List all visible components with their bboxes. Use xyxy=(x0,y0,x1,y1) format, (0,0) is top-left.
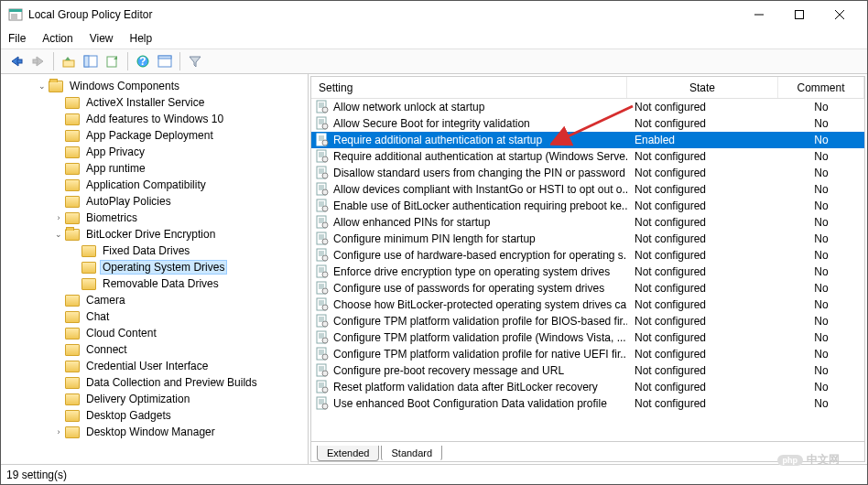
tree-item[interactable]: ›Desktop Window Manager xyxy=(1,424,308,440)
policy-row[interactable]: Configure TPM platform validation profil… xyxy=(311,346,864,362)
maximize-button[interactable] xyxy=(779,2,819,27)
policy-row[interactable]: Require additional authentication at sta… xyxy=(311,132,864,148)
grid-body[interactable]: Allow network unlock at startupNot confi… xyxy=(311,99,864,442)
tree-item[interactable]: ⌄Windows Components xyxy=(1,78,308,94)
help-button[interactable]: ? xyxy=(133,51,153,71)
policy-row[interactable]: Use enhanced Boot Configuration Data val… xyxy=(311,395,864,412)
tree-item[interactable]: Fixed Data Drives xyxy=(1,242,308,259)
tab-standard[interactable]: Standard xyxy=(381,446,442,461)
tree-item[interactable]: Operating System Drives xyxy=(1,259,308,275)
cell-state: Not configured xyxy=(627,167,778,179)
tree-label: Chat xyxy=(83,310,112,323)
policy-icon xyxy=(315,116,330,131)
policy-icon xyxy=(315,347,330,361)
tree-item[interactable]: App Package Deployment xyxy=(1,127,308,144)
policy-icon xyxy=(315,182,330,197)
tree-item[interactable]: Desktop Gadgets xyxy=(1,407,308,424)
tree-item[interactable]: Application Compatibility xyxy=(1,177,308,193)
tree-label: Data Collection and Preview Builds xyxy=(83,376,260,389)
tree-item[interactable]: Add features to Windows 10 xyxy=(1,111,308,127)
svg-point-93 xyxy=(322,338,328,343)
properties-button[interactable] xyxy=(155,51,175,71)
policy-row[interactable]: Configure minimum PIN length for startup… xyxy=(311,231,864,247)
back-button[interactable] xyxy=(6,51,27,71)
setting-text: Choose how BitLocker-protected operating… xyxy=(333,298,627,311)
menu-view[interactable]: View xyxy=(90,32,114,45)
twisty-icon[interactable]: ⌄ xyxy=(52,230,65,239)
cell-comment: No xyxy=(778,101,864,113)
tree-item[interactable]: ActiveX Installer Service xyxy=(1,94,308,111)
setting-text: Allow devices compliant with InstantGo o… xyxy=(333,183,627,196)
policy-row[interactable]: Allow enhanced PINs for startupNot confi… xyxy=(311,214,864,231)
tree-item[interactable]: AutoPlay Policies xyxy=(1,193,308,210)
tree-item[interactable]: Data Collection and Preview Builds xyxy=(1,374,308,391)
policy-row[interactable]: Allow devices compliant with InstantGo o… xyxy=(311,181,864,198)
policy-row[interactable]: Reset platform validation data after Bit… xyxy=(311,379,864,395)
tree-item[interactable]: Connect xyxy=(1,341,308,358)
setting-text: Allow enhanced PINs for startup xyxy=(333,216,490,229)
right-pane: Setting State Comment Allow network unlo… xyxy=(310,76,865,462)
folder-icon xyxy=(65,410,80,422)
column-comment[interactable]: Comment xyxy=(778,77,864,98)
policy-row[interactable]: Configure use of passwords for operating… xyxy=(311,280,864,296)
column-state[interactable]: State xyxy=(627,77,778,98)
policy-row[interactable]: Enable use of BitLocker authentication r… xyxy=(311,198,864,214)
folder-icon xyxy=(65,361,80,372)
policy-row[interactable]: Configure use of hardware-based encrypti… xyxy=(311,247,864,264)
export-list-button[interactable] xyxy=(103,51,123,71)
cell-comment: No xyxy=(778,331,864,344)
policy-row[interactable]: Enforce drive encryption type on operati… xyxy=(311,264,864,280)
tree-label: Cloud Content xyxy=(83,327,159,340)
filter-button[interactable] xyxy=(185,51,205,71)
tree-item[interactable]: Credential User Interface xyxy=(1,358,308,374)
menu-file[interactable]: File xyxy=(8,32,26,45)
tab-extended[interactable]: Extended xyxy=(317,446,379,461)
menu-action[interactable]: Action xyxy=(42,32,72,45)
policy-row[interactable]: Allow network unlock at startupNot confi… xyxy=(311,99,864,115)
up-button[interactable] xyxy=(59,51,79,71)
policy-row[interactable]: Choose how BitLocker-protected operating… xyxy=(311,296,864,313)
policy-row[interactable]: Configure TPM platform validation profil… xyxy=(311,313,864,329)
column-setting[interactable]: Setting xyxy=(311,77,627,98)
setting-text: Use enhanced Boot Configuration Data val… xyxy=(333,397,607,410)
tree-item[interactable]: Camera xyxy=(1,292,308,308)
policy-row[interactable]: Require additional authentication at sta… xyxy=(311,148,864,165)
tree-label: Camera xyxy=(83,294,128,307)
setting-text: Allow network unlock at startup xyxy=(333,101,484,113)
cell-setting: Disallow standard users from changing th… xyxy=(311,166,627,180)
tree-item[interactable]: ›Biometrics xyxy=(1,210,308,226)
cell-state: Not configured xyxy=(627,364,778,377)
policy-row[interactable]: Disallow standard users from changing th… xyxy=(311,165,864,181)
svg-rect-10 xyxy=(33,59,38,63)
policy-row[interactable]: Allow Secure Boot for integrity validati… xyxy=(311,115,864,132)
policy-icon xyxy=(315,264,330,279)
status-text: 19 setting(s) xyxy=(6,469,67,481)
tree-item[interactable]: ⌄BitLocker Drive Encryption xyxy=(1,226,308,242)
tree-item[interactable]: Cloud Content xyxy=(1,325,308,341)
svg-point-28 xyxy=(322,124,328,129)
cell-setting: Use enhanced Boot Configuration Data val… xyxy=(311,396,627,411)
forward-button[interactable] xyxy=(28,51,49,71)
policy-icon xyxy=(315,314,330,329)
show-hide-tree-button[interactable] xyxy=(81,51,101,71)
folder-icon xyxy=(81,245,96,257)
tree-item[interactable]: Removable Data Drives xyxy=(1,275,308,292)
tree-label: Add features to Windows 10 xyxy=(83,113,226,125)
twisty-icon[interactable]: › xyxy=(52,427,65,436)
policy-row[interactable]: Configure pre-boot recovery message and … xyxy=(311,362,864,379)
tree-item[interactable]: App runtime xyxy=(1,160,308,177)
tree-label: Removable Data Drives xyxy=(100,277,222,290)
close-button[interactable] xyxy=(819,2,860,27)
twisty-icon[interactable]: ⌄ xyxy=(36,81,49,91)
cell-state: Not configured xyxy=(627,101,778,113)
tree-label: BitLocker Drive Encryption xyxy=(83,228,218,241)
tree-item[interactable]: App Privacy xyxy=(1,144,308,160)
policy-row[interactable]: Configure TPM platform validation profil… xyxy=(311,329,864,346)
twisty-icon[interactable]: › xyxy=(52,213,65,222)
cell-setting: Configure TPM platform validation profil… xyxy=(311,330,627,345)
tree-item[interactable]: Chat xyxy=(1,308,308,325)
tree-item[interactable]: Delivery Optimization xyxy=(1,391,308,407)
tree-pane[interactable]: ⌄Windows ComponentsActiveX Installer Ser… xyxy=(1,74,309,464)
menu-help[interactable]: Help xyxy=(130,32,153,45)
minimize-button[interactable] xyxy=(739,2,779,27)
